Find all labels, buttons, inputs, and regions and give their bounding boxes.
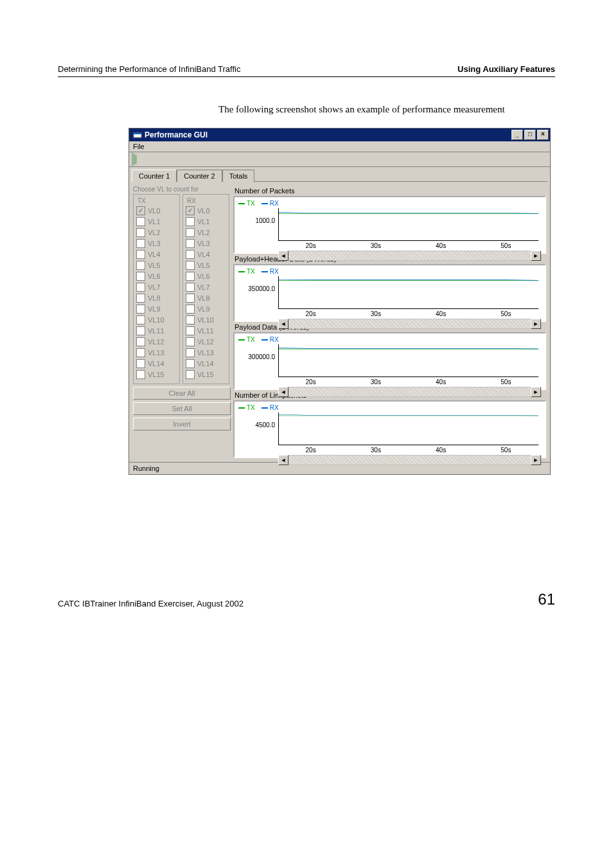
rx-vl13-checkbox[interactable]: VL13 xyxy=(186,348,226,357)
tx-vl2-checkbox[interactable]: VL2 xyxy=(136,228,177,237)
rx-vl10-checkbox[interactable]: VL10 xyxy=(186,315,226,324)
app-icon xyxy=(133,131,142,139)
chart-2-legend-rx: RX xyxy=(262,336,279,343)
rx-vl3-checkbox[interactable]: VL3 xyxy=(186,239,226,248)
chart-1-legend-tx: TX xyxy=(238,268,255,275)
scroll-left-icon[interactable]: ◄ xyxy=(278,387,289,397)
chart-0-title: Number of Packets xyxy=(233,186,546,196)
scroll-right-icon[interactable]: ► xyxy=(531,319,541,329)
tx-vl7-checkbox[interactable]: VL7 xyxy=(136,283,177,292)
rx-vl12-checkbox[interactable]: VL12 xyxy=(186,337,226,346)
chart-1-legend-rx: RX xyxy=(262,268,279,275)
scroll-right-icon[interactable]: ► xyxy=(531,251,541,261)
rx-legend-title: RX xyxy=(186,197,197,204)
tx-vl9-label: VL9 xyxy=(148,305,161,313)
chart-0-hscroll[interactable]: ◄► xyxy=(278,251,541,260)
chart-0-legend-rx: RX xyxy=(262,200,279,207)
chart-3-legend-rx: RX xyxy=(262,404,279,411)
scroll-left-icon[interactable]: ◄ xyxy=(278,251,289,261)
tx-vl3-label: VL3 xyxy=(148,240,161,247)
chart-1-xtick-0: 20s xyxy=(306,310,316,317)
tx-vl7-label: VL7 xyxy=(148,283,161,291)
rx-vl14-checkbox[interactable]: VL14 xyxy=(186,359,226,368)
play-icon[interactable] xyxy=(132,155,137,163)
maximize-button[interactable]: □ xyxy=(524,130,536,140)
set-all-button[interactable]: Set All xyxy=(133,402,231,415)
tx-vl4-checkbox[interactable]: VL4 xyxy=(136,250,177,259)
chart-1-hscroll[interactable]: ◄► xyxy=(278,319,541,328)
scroll-right-icon[interactable]: ► xyxy=(531,387,541,397)
tx-vl6-label: VL6 xyxy=(148,272,161,280)
rx-vl8-label: VL8 xyxy=(197,294,210,302)
rx-vl5-checkbox[interactable]: VL5 xyxy=(186,261,226,270)
rx-vl0-checkbox[interactable]: ✓VL0 xyxy=(186,206,226,215)
chart-3-xtick-0: 20s xyxy=(306,447,316,454)
chart-3-hscroll[interactable]: ◄► xyxy=(278,455,541,464)
tx-vl9-checkbox[interactable]: VL9 xyxy=(136,305,177,314)
rx-vl4-checkbox[interactable]: VL4 xyxy=(186,250,226,259)
tx-vl1-checkbox[interactable]: VL1 xyxy=(136,217,177,226)
running-header-right: Using Auxiliary Features xyxy=(458,64,555,74)
chart-1-xtick-3: 50s xyxy=(501,310,511,317)
tx-vl11-label: VL11 xyxy=(148,327,164,335)
vl-selection-panel: Choose VL to count for TX ✓VL0VL1VL2VL3V… xyxy=(133,186,229,458)
title-bar[interactable]: Performance GUI _ □ × xyxy=(129,128,550,141)
rx-vl10-label: VL10 xyxy=(197,316,214,324)
tx-vl3-checkbox[interactable]: VL3 xyxy=(136,239,177,248)
tx-vl6-checkbox[interactable]: VL6 xyxy=(136,272,177,281)
tx-vl14-label: VL14 xyxy=(148,360,164,368)
chart-2-xtick-1: 30s xyxy=(371,378,381,385)
chart-2-legend-tx: TX xyxy=(238,336,255,343)
rx-vl11-label: VL11 xyxy=(197,327,214,335)
tab-counter-2[interactable]: Counter 2 xyxy=(177,170,222,182)
tx-fieldset: TX ✓VL0VL1VL2VL3VL4VL5VL6VL7VL8VL9VL10VL… xyxy=(133,194,180,384)
chart-2-hscroll[interactable]: ◄► xyxy=(278,387,541,396)
rx-vl15-checkbox[interactable]: VL15 xyxy=(186,370,226,379)
minimize-button[interactable]: _ xyxy=(511,130,523,140)
tx-vl8-checkbox[interactable]: VL8 xyxy=(136,294,177,303)
running-header-left: Determining the Performance of InfiniBan… xyxy=(58,64,240,74)
rx-vl9-label: VL9 xyxy=(197,305,210,313)
chart-1-ylabel: 350000.0 xyxy=(240,285,275,292)
tx-vl14-checkbox[interactable]: VL14 xyxy=(136,359,177,368)
tab-totals[interactable]: Totals xyxy=(222,170,255,182)
tx-vl10-checkbox[interactable]: VL10 xyxy=(136,315,177,324)
rx-vl5-label: VL5 xyxy=(197,261,210,269)
chart-2-ylabel: 300000.0 xyxy=(240,353,275,360)
chart-0-xtick-3: 50s xyxy=(501,242,511,249)
rx-vl7-checkbox[interactable]: VL7 xyxy=(186,283,226,292)
menu-bar: File xyxy=(129,141,550,152)
menu-file[interactable]: File xyxy=(133,143,145,150)
tx-vl13-checkbox[interactable]: VL13 xyxy=(136,348,177,357)
clear-all-button[interactable]: Clear All xyxy=(133,387,231,400)
tx-legend-title: TX xyxy=(136,197,147,204)
rx-vl8-checkbox[interactable]: VL8 xyxy=(186,294,226,303)
window-title: Performance GUI xyxy=(145,130,208,139)
tx-vl15-checkbox[interactable]: VL15 xyxy=(136,370,177,379)
tx-vl12-checkbox[interactable]: VL12 xyxy=(136,337,177,346)
tx-vl5-checkbox[interactable]: VL5 xyxy=(136,261,177,270)
scroll-right-icon[interactable]: ► xyxy=(531,455,541,465)
rx-vl9-checkbox[interactable]: VL9 xyxy=(186,305,226,314)
tx-vl10-label: VL10 xyxy=(148,316,164,324)
close-button[interactable]: × xyxy=(537,130,549,140)
tx-vl5-label: VL5 xyxy=(148,261,161,269)
tx-vl15-label: VL15 xyxy=(148,371,164,378)
rx-vl2-checkbox[interactable]: VL2 xyxy=(186,228,226,237)
tab-counter-1[interactable]: Counter 1 xyxy=(132,170,177,182)
tx-vl0-checkbox[interactable]: ✓VL0 xyxy=(136,206,177,215)
tx-vl2-label: VL2 xyxy=(148,229,161,236)
tx-vl11-checkbox[interactable]: VL11 xyxy=(136,326,177,335)
chart-0-legend-tx: TX xyxy=(238,200,255,207)
invert-button[interactable]: Invert xyxy=(133,418,231,430)
rx-vl1-checkbox[interactable]: VL1 xyxy=(186,217,226,226)
tx-vl8-label: VL8 xyxy=(148,294,161,302)
scroll-left-icon[interactable]: ◄ xyxy=(278,319,289,329)
rx-vl4-label: VL4 xyxy=(197,251,210,258)
chart-3-box: TXRX4500.020s30s40s50s◄► xyxy=(233,400,546,458)
rx-vl6-checkbox[interactable]: VL6 xyxy=(186,272,226,281)
intro-text: The following screenshot shows an exampl… xyxy=(218,103,555,116)
scroll-left-icon[interactable]: ◄ xyxy=(278,455,289,465)
toolbar xyxy=(129,152,550,167)
rx-vl11-checkbox[interactable]: VL11 xyxy=(186,326,226,335)
